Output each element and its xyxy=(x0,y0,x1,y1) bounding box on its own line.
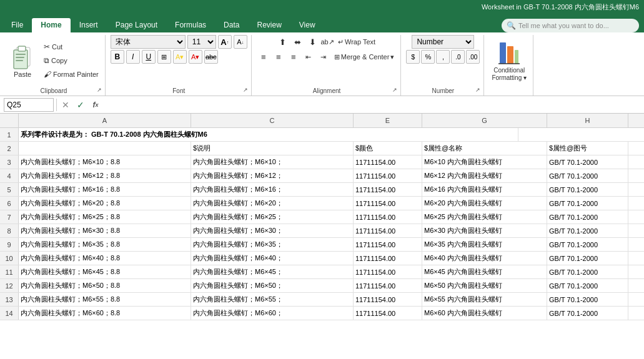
col-header-e[interactable]: E xyxy=(354,114,422,127)
tab-review[interactable]: Review xyxy=(248,18,290,32)
font-size-select[interactable]: 11 xyxy=(187,35,216,49)
cell-9-g[interactable]: M6×35 内六角圆柱头螺钉 xyxy=(422,238,547,251)
cell-13-h[interactable]: GB/T 70.1-2000 xyxy=(547,293,628,306)
cell-12-g[interactable]: M6×50 内六角圆柱头螺钉 xyxy=(422,279,547,292)
cell-4-h[interactable]: GB/T 70.1-2000 xyxy=(547,169,628,182)
orientation-button[interactable]: ab↗ xyxy=(320,35,334,49)
cell-13-c[interactable]: 内六角圆柱头螺钉；M6×55； xyxy=(191,293,354,306)
font-family-select[interactable]: 宋体 xyxy=(111,35,186,49)
tab-file[interactable]: File xyxy=(2,18,32,32)
align-center-button[interactable]: ≡ xyxy=(272,50,285,64)
cell-6-e[interactable]: 11711154.00 xyxy=(354,197,422,210)
font-expand[interactable]: ↗ xyxy=(241,86,250,94)
cell-2-e[interactable]: $颜色 xyxy=(354,142,422,155)
cell-4-g[interactable]: M6×12 内六角圆柱头螺钉 xyxy=(422,169,547,182)
tab-data[interactable]: Data xyxy=(215,18,248,32)
decrease-decimal-button[interactable]: .0 xyxy=(451,50,465,64)
align-bottom-button[interactable]: ⬇ xyxy=(305,35,319,49)
cell-14-c[interactable]: 内六角圆柱头螺钉；M6×60； xyxy=(191,307,354,320)
tell-me-placeholder[interactable]: Tell me what you want to do... xyxy=(518,22,609,29)
cell-12-a[interactable]: 内六角圆柱头螺钉；M6×50；8.8 xyxy=(19,279,191,292)
cell-11-h[interactable]: GB/T 70.1-2000 xyxy=(547,265,628,278)
cell-8-h[interactable]: GB/T 70.1-2000 xyxy=(547,224,628,237)
row-header[interactable]: 3 xyxy=(0,155,19,169)
row-header[interactable]: 10 xyxy=(0,252,19,265)
cell-3-a[interactable]: 内六角圆柱头螺钉；M6×10；8.8 xyxy=(19,155,191,169)
align-middle-button[interactable]: ⬌ xyxy=(290,35,304,49)
decrease-font-button[interactable]: A↓ xyxy=(234,35,247,49)
row-header[interactable]: 2 xyxy=(0,142,19,155)
col-header-g[interactable]: G xyxy=(422,114,547,127)
cell-8-c[interactable]: 内六角圆柱头螺钉；M6×30； xyxy=(191,224,354,237)
cell-3-g[interactable]: M6×10 内六角圆柱头螺钉 xyxy=(422,155,547,169)
cell-8-a[interactable]: 内六角圆柱头螺钉；M6×30；8.8 xyxy=(19,224,191,237)
formula-input[interactable] xyxy=(104,98,640,112)
number-expand[interactable]: ↗ xyxy=(473,86,482,94)
cell-2-g[interactable]: $属性@名称 xyxy=(422,142,547,155)
cell-10-a[interactable]: 内六角圆柱头螺钉；M6×40；8.8 xyxy=(19,252,191,265)
cell-2-c[interactable]: $说明 xyxy=(191,142,354,155)
align-right-button[interactable]: ≡ xyxy=(287,50,300,64)
cell-7-g[interactable]: M6×25 内六角圆柱头螺钉 xyxy=(422,210,547,224)
row-header[interactable]: 6 xyxy=(0,197,19,210)
cell-9-c[interactable]: 内六角圆柱头螺钉；M6×35； xyxy=(191,238,354,251)
alignment-expand[interactable]: ↗ xyxy=(390,86,399,94)
cell-11-g[interactable]: M6×45 内六角圆柱头螺钉 xyxy=(422,265,547,278)
percent-button[interactable]: % xyxy=(421,50,435,64)
cell-12-h[interactable]: GB/T 70.1-2000 xyxy=(547,279,628,292)
cell-5-c[interactable]: 内六角圆柱头螺钉；M6×16； xyxy=(191,183,354,196)
cut-button[interactable]: ✂ Cut xyxy=(41,41,101,53)
cell-6-c[interactable]: 内六角圆柱头螺钉；M6×20； xyxy=(191,197,354,210)
cell-8-g[interactable]: M6×30 内六角圆柱头螺钉 xyxy=(422,224,547,237)
increase-font-button[interactable]: A↑ xyxy=(218,35,232,49)
tab-formulas[interactable]: Formulas xyxy=(166,18,215,32)
name-box[interactable] xyxy=(4,98,54,112)
number-format-select[interactable]: Number xyxy=(412,35,474,49)
decrease-indent-button[interactable]: ⇤ xyxy=(302,50,315,64)
cell-10-h[interactable]: GB/T 70.1-2000 xyxy=(547,252,628,265)
tab-insert[interactable]: Insert xyxy=(71,18,107,32)
strikethrough-button[interactable]: abc xyxy=(204,50,218,64)
cell-11-e[interactable]: 11711154.00 xyxy=(354,265,422,278)
cell-5-g[interactable]: M6×16 内六角圆柱头螺钉 xyxy=(422,183,547,196)
col-header-c[interactable]: C xyxy=(191,114,354,127)
row-header[interactable]: 4 xyxy=(0,169,19,182)
cancel-formula-button[interactable]: ✕ xyxy=(59,99,72,111)
cell-7-a[interactable]: 内六角圆柱头螺钉；M6×25；8.8 xyxy=(19,210,191,224)
cell-5-e[interactable]: 11711154.00 xyxy=(354,183,422,196)
copy-button[interactable]: ⧉ Copy xyxy=(41,54,101,67)
row-header[interactable]: 5 xyxy=(0,183,19,196)
italic-button[interactable]: I xyxy=(126,50,140,64)
select-all-button[interactable] xyxy=(0,114,19,127)
merge-center-button[interactable]: ⊞ Merge & Center ▾ xyxy=(332,52,397,62)
row-header[interactable]: 7 xyxy=(0,210,19,224)
cell-9-h[interactable]: GB/T 70.1-2000 xyxy=(547,238,628,251)
cell-14-a[interactable]: 内六角圆柱头螺钉；M6×60；8.8 xyxy=(19,307,191,320)
cell-5-h[interactable]: GB/T 70.1-2000 xyxy=(547,183,628,196)
row-header[interactable]: 14 xyxy=(0,307,19,320)
cell-9-e[interactable]: 11711154.00 xyxy=(354,238,422,251)
cell-3-h[interactable]: GB/T 70.1-2000 xyxy=(547,155,628,169)
border-button[interactable]: ⊞ xyxy=(157,50,171,64)
row-header[interactable]: 12 xyxy=(0,279,19,292)
currency-button[interactable]: $ xyxy=(406,50,420,64)
row-header[interactable]: 13 xyxy=(0,293,19,306)
align-left-button[interactable]: ≡ xyxy=(257,50,270,64)
cell-3-c[interactable]: 内六角圆柱头螺钉；M6×10； xyxy=(191,155,354,169)
increase-indent-button[interactable]: ⇥ xyxy=(317,50,330,64)
col-header-a[interactable]: A xyxy=(19,114,191,127)
cell-10-g[interactable]: M6×40 内六角圆柱头螺钉 xyxy=(422,252,547,265)
row-header[interactable]: 11 xyxy=(0,265,19,278)
cell-7-h[interactable]: GB/T 70.1-2000 xyxy=(547,210,628,224)
fill-color-button[interactable]: A▾ xyxy=(173,50,187,64)
cell-7-c[interactable]: 内六角圆柱头螺钉；M6×25； xyxy=(191,210,354,224)
cell-3-e[interactable]: 11711154.00 xyxy=(354,155,422,169)
underline-button[interactable]: U xyxy=(142,50,156,64)
tab-page-layout[interactable]: Page Layout xyxy=(107,18,166,32)
cell-5-a[interactable]: 内六角圆柱头螺钉；M6×16；8.8 xyxy=(19,183,191,196)
align-top-button[interactable]: ⬆ xyxy=(275,35,289,49)
clipboard-expand[interactable]: ↗ xyxy=(95,86,104,94)
format-painter-button[interactable]: 🖌 Format Painter xyxy=(41,68,101,81)
cell-12-c[interactable]: 内六角圆柱头螺钉；M6×50； xyxy=(191,279,354,292)
cell-8-e[interactable]: 11711154.00 xyxy=(354,224,422,237)
